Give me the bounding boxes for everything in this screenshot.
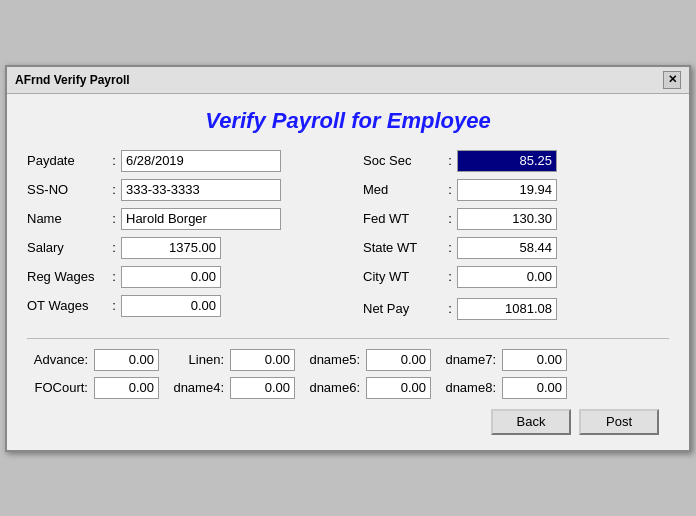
soc-sec-colon: :: [443, 153, 457, 168]
net-pay-input[interactable]: [457, 298, 557, 320]
dname7-group: dname7:: [435, 349, 567, 371]
ssno-row: SS-NO :: [27, 179, 333, 201]
linen-group: Linen:: [163, 349, 295, 371]
soc-sec-row: Soc Sec :: [363, 150, 669, 172]
deduction-row-2: FOCourt: dname4: dname6: dname8:: [27, 377, 669, 399]
soc-sec-label: Soc Sec: [363, 153, 443, 168]
salary-input[interactable]: [121, 237, 221, 259]
net-pay-colon: :: [443, 301, 457, 316]
dname4-group: dname4:: [163, 377, 295, 399]
name-row: Name :: [27, 208, 333, 230]
dname8-input[interactable]: [502, 377, 567, 399]
focourt-input[interactable]: [94, 377, 159, 399]
name-label: Name: [27, 211, 107, 226]
reg-wages-input[interactable]: [121, 266, 221, 288]
content-area: Verify Payroll for Employee Paydate : SS…: [7, 94, 689, 450]
net-pay-row: Net Pay :: [363, 298, 669, 320]
city-wt-row: City WT :: [363, 266, 669, 288]
linen-label: Linen:: [163, 352, 228, 367]
salary-colon: :: [107, 240, 121, 255]
dname5-label: dname5:: [299, 352, 364, 367]
linen-input[interactable]: [230, 349, 295, 371]
med-label: Med: [363, 182, 443, 197]
name-input[interactable]: [121, 208, 281, 230]
dname4-label: dname4:: [163, 380, 228, 395]
focourt-group: FOCourt:: [27, 377, 159, 399]
dname8-label: dname8:: [435, 380, 500, 395]
state-wt-input[interactable]: [457, 237, 557, 259]
name-colon: :: [107, 211, 121, 226]
dname6-label: dname6:: [299, 380, 364, 395]
ot-wages-label: OT Wages: [27, 298, 107, 313]
deduction-area: Advance: Linen: dname5: dname7:: [27, 338, 669, 399]
fed-wt-input[interactable]: [457, 208, 557, 230]
city-wt-colon: :: [443, 269, 457, 284]
close-button[interactable]: ✕: [663, 71, 681, 89]
paydate-row: Paydate :: [27, 150, 333, 172]
reg-wages-colon: :: [107, 269, 121, 284]
salary-row: Salary :: [27, 237, 333, 259]
ot-wages-colon: :: [107, 298, 121, 313]
advance-input[interactable]: [94, 349, 159, 371]
dname5-group: dname5:: [299, 349, 431, 371]
paydate-colon: :: [107, 153, 121, 168]
deduction-row-1: Advance: Linen: dname5: dname7:: [27, 349, 669, 371]
right-panel: Soc Sec : Med : Fed WT : State WT :: [353, 150, 669, 326]
ot-wages-input[interactable]: [121, 295, 221, 317]
paydate-input[interactable]: [121, 150, 281, 172]
ssno-input[interactable]: [121, 179, 281, 201]
ssno-colon: :: [107, 182, 121, 197]
back-button[interactable]: Back: [491, 409, 571, 435]
main-window: AFrnd Verify Payroll ✕ Verify Payroll fo…: [5, 65, 691, 452]
fed-wt-label: Fed WT: [363, 211, 443, 226]
window-title: AFrnd Verify Payroll: [15, 73, 130, 87]
reg-wages-label: Reg Wages: [27, 269, 107, 284]
dname6-group: dname6:: [299, 377, 431, 399]
dname7-label: dname7:: [435, 352, 500, 367]
paydate-label: Paydate: [27, 153, 107, 168]
net-pay-label: Net Pay: [363, 301, 443, 316]
reg-wages-row: Reg Wages :: [27, 266, 333, 288]
form-area: Paydate : SS-NO : Name : Salary :: [27, 150, 669, 326]
fed-wt-colon: :: [443, 211, 457, 226]
fed-wt-row: Fed WT :: [363, 208, 669, 230]
ot-wages-row: OT Wages :: [27, 295, 333, 317]
title-bar: AFrnd Verify Payroll ✕: [7, 67, 689, 94]
salary-label: Salary: [27, 240, 107, 255]
left-panel: Paydate : SS-NO : Name : Salary :: [27, 150, 353, 326]
ssno-label: SS-NO: [27, 182, 107, 197]
state-wt-label: State WT: [363, 240, 443, 255]
soc-sec-input[interactable]: [457, 150, 557, 172]
med-colon: :: [443, 182, 457, 197]
city-wt-input[interactable]: [457, 266, 557, 288]
city-wt-label: City WT: [363, 269, 443, 284]
post-button[interactable]: Post: [579, 409, 659, 435]
advance-group: Advance:: [27, 349, 159, 371]
dname5-input[interactable]: [366, 349, 431, 371]
dname4-input[interactable]: [230, 377, 295, 399]
dname6-input[interactable]: [366, 377, 431, 399]
dname8-group: dname8:: [435, 377, 567, 399]
state-wt-row: State WT :: [363, 237, 669, 259]
page-title: Verify Payroll for Employee: [27, 108, 669, 134]
med-input[interactable]: [457, 179, 557, 201]
focourt-label: FOCourt:: [27, 380, 92, 395]
dname7-input[interactable]: [502, 349, 567, 371]
state-wt-colon: :: [443, 240, 457, 255]
med-row: Med :: [363, 179, 669, 201]
advance-label: Advance:: [27, 352, 92, 367]
button-row: Back Post: [27, 409, 669, 435]
